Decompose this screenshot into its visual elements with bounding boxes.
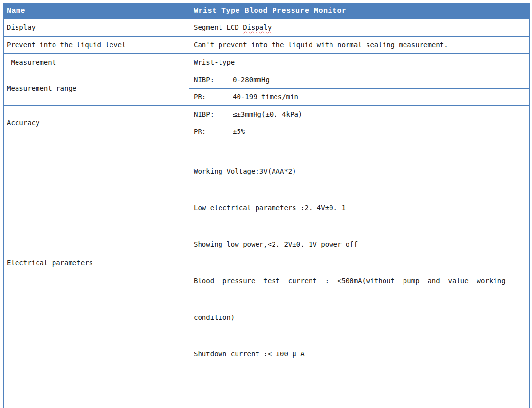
accuracy-nibp-value: ≤±3mmHg(±0. 4kPa) xyxy=(228,106,530,123)
row-value-measurement: Wrist-type xyxy=(189,54,530,71)
accuracy-pr-value: ±5% xyxy=(228,123,530,140)
range-nibp-key: NIBP: xyxy=(189,71,228,89)
display-value-misspelled: Dispaly xyxy=(243,23,272,31)
row-label-accuracy: Accuracy xyxy=(4,106,189,140)
electrical-line: Working Voltage:3V(AAA*2) xyxy=(194,166,525,178)
display-value-text: Segment LCD xyxy=(194,23,243,31)
table-row: Display Segment LCD Dispaly xyxy=(4,19,530,37)
table-row: Measurement range NIBP: 0-280mmHg xyxy=(4,71,530,89)
spec-table: Name Wrist Type Blood Pressure Monitor D… xyxy=(3,3,530,408)
electrical-line: Showing low power,<2. 2V±0. 1V power off xyxy=(194,239,525,251)
range-pr-key: PR: xyxy=(189,89,228,106)
range-pr-value: 40-199 times/min xyxy=(228,89,530,106)
row-label-measurement-range: Measurement range xyxy=(4,71,189,106)
row-label-liquid: Prevent into the liquid level xyxy=(4,37,189,54)
electrical-line: Blood pressure test current : <500mA(wit… xyxy=(194,275,525,287)
electrical-line: condition) xyxy=(194,312,525,324)
row-label-electrical: Electrical parameters xyxy=(4,140,189,386)
table-row: Accuracy NIBP: ≤±3mmHg(±0. 4kPa) xyxy=(4,106,530,123)
row-label-working-condition: Working ondition xyxy=(4,386,189,408)
electrical-line: Low electrical parameters :2. 4V±0. 1 xyxy=(194,202,525,214)
electrical-line: Shutdown current :< 100 μ A xyxy=(194,348,525,360)
row-value-display: Segment LCD Dispaly xyxy=(189,19,530,37)
row-value-electrical: Working Voltage:3V(AAA*2) Low electrical… xyxy=(189,140,530,386)
table-row: Measurement Wrist-type xyxy=(4,54,530,71)
table-header-row: Name Wrist Type Blood Pressure Monitor xyxy=(4,3,530,19)
accuracy-nibp-key: NIBP: xyxy=(189,106,228,123)
row-label-measurement: Measurement xyxy=(4,54,189,71)
row-value-working-condition: Temperature ,+5 Celsius - 40 Celsius Hum… xyxy=(189,386,530,408)
header-value-cell: Wrist Type Blood Pressure Monitor xyxy=(189,3,530,19)
table-row: Prevent into the liquid level Can't prev… xyxy=(4,37,530,54)
accuracy-pr-key: PR: xyxy=(189,123,228,140)
table-row: Electrical parameters Working Voltage:3V… xyxy=(4,140,530,386)
row-value-liquid: Can't prevent into the liquid with norma… xyxy=(189,37,530,54)
header-name-cell: Name xyxy=(4,3,189,19)
range-nibp-value: 0-280mmHg xyxy=(228,71,530,89)
row-label-display: Display xyxy=(4,19,189,37)
table-row: Working ondition Temperature ,+5 Celsius… xyxy=(4,386,530,408)
